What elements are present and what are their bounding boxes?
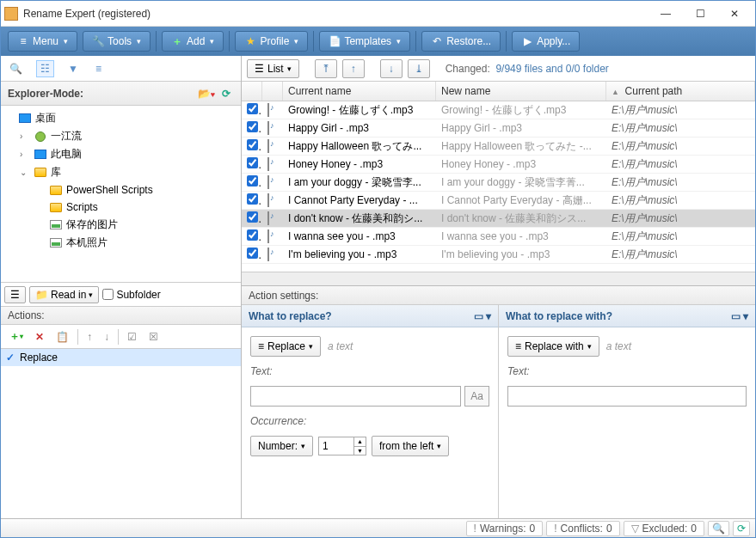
replacewith-mode-button[interactable]: ≡ Replace with ▾	[507, 336, 599, 357]
favorite-icon[interactable]: 📂♥	[194, 86, 218, 101]
templates-button[interactable]: 📄Templates▾	[319, 31, 410, 52]
tools-button[interactable]: 🔧Tools▾	[83, 31, 151, 52]
view-mode-button[interactable]: ☰ List ▾	[247, 59, 299, 78]
row-checkbox[interactable]	[247, 175, 258, 186]
cell-new: I Cannot Party Everyday - 高姗...	[436, 192, 606, 210]
tree-node[interactable]: 本机照片	[1, 234, 241, 252]
replacewith-text-input[interactable]	[507, 386, 747, 407]
plus-icon: ＋	[171, 35, 183, 47]
panel-collapse-icon[interactable]: ▭ ▾	[474, 310, 491, 322]
col-new[interactable]: New name	[436, 82, 606, 101]
menu-button[interactable]: ≡Menu▾	[8, 31, 77, 52]
file-icon	[267, 103, 269, 117]
restore-button[interactable]: ↶Restore...	[421, 31, 501, 52]
tree-node[interactable]: ›此电脑	[1, 145, 241, 163]
table-row[interactable]: Growing! - 佐藤しずく.mp3Growing! - 佐藤しずく.mp3…	[242, 101, 755, 119]
list-icon[interactable]: ≡	[92, 61, 105, 76]
actions-list[interactable]: ✓ Replace	[1, 349, 241, 518]
action-up-button[interactable]: ↑	[82, 327, 97, 346]
action-label: Replace	[20, 352, 58, 364]
case-button[interactable]: Aa	[464, 386, 489, 407]
file-icon	[267, 157, 269, 171]
action-down-button[interactable]: ↓	[99, 327, 114, 346]
warnings-cell[interactable]: !Warnings: 0	[466, 521, 544, 536]
maximize-button[interactable]: ☐	[683, 2, 717, 26]
file-grid[interactable]: Current name New name ▲ Current path Gro…	[242, 82, 755, 272]
col-current[interactable]: Current name	[283, 82, 436, 101]
table-row[interactable]: Happy Halloween 歌ってみ...Happy Halloween 歌…	[242, 138, 755, 156]
status-refresh-button[interactable]: ⟳	[733, 521, 750, 536]
actions-toolbar: ＋▾ ✕ 📋 ↑ ↓ ☑ ☒	[1, 325, 241, 349]
action-row[interactable]: ✓ Replace	[1, 349, 241, 366]
row-checkbox[interactable]	[247, 211, 258, 223]
occurrence-mode-button[interactable]: Number: ▾	[250, 436, 313, 456]
nav-last-button[interactable]: ⤓	[408, 59, 430, 78]
row-checkbox[interactable]	[247, 229, 258, 241]
row-checkbox[interactable]	[247, 193, 258, 205]
action-copy-button[interactable]: 📋	[51, 327, 74, 346]
col-path[interactable]: ▲ Current path	[606, 82, 755, 101]
replace-text-input[interactable]	[250, 386, 461, 407]
action-toggle1-button[interactable]: ☑	[122, 327, 142, 346]
conflicts-cell[interactable]: !Conflicts: 0	[546, 521, 619, 536]
cell-new: I don't know - 佐藤美和韵シス...	[436, 210, 606, 228]
table-row[interactable]: I'm believing you - .mp3I'm believing yo…	[242, 246, 755, 264]
row-checkbox[interactable]	[247, 121, 258, 132]
tree-node[interactable]: ›一江流	[1, 127, 241, 145]
row-checkbox[interactable]	[247, 103, 258, 114]
replace-source-panel: What to replace? ▭ ▾ ≡ Replace ▾ a text …	[242, 305, 499, 518]
close-button[interactable]: ✕	[717, 2, 752, 26]
apply-button[interactable]: ▶Apply...	[512, 31, 580, 52]
filter-icon[interactable]: ▼	[65, 61, 82, 76]
table-row[interactable]: Happy Girl - .mp3Happy Girl - .mp3E:\用户\…	[242, 119, 755, 138]
table-row[interactable]: I don't know - 佐藤美和韵シ...I don't know - 佐…	[242, 210, 755, 228]
tree-node[interactable]: 桌面	[1, 109, 241, 127]
cell-path: E:\用户\music\	[606, 210, 755, 228]
table-row[interactable]: Honey Honey - .mp3Honey Honey - .mp3E:\用…	[242, 156, 755, 174]
readin-button[interactable]: 📁 Read in ▾	[29, 286, 99, 303]
settings-panels: What to replace? ▭ ▾ ≡ Replace ▾ a text …	[242, 305, 755, 518]
tree-node[interactable]: ⌄库	[1, 163, 241, 181]
nav-down-button[interactable]: ↓	[380, 59, 403, 78]
grid-header[interactable]: Current name New name ▲ Current path	[242, 82, 755, 101]
tree-node[interactable]: PowerShell Scripts	[1, 181, 241, 199]
search-icon[interactable]: 🔍	[6, 61, 26, 76]
expander-icon[interactable]: ⌄	[20, 168, 30, 177]
expander-icon[interactable]: ›	[20, 150, 30, 159]
table-row[interactable]: I wanna see you - .mp3I wanna see you - …	[242, 228, 755, 246]
action-toggle2-button[interactable]: ☒	[144, 327, 163, 346]
table-row[interactable]: I Cannot Party Everyday - ...I Cannot Pa…	[242, 192, 755, 210]
add-button[interactable]: ＋Add▾	[162, 31, 224, 52]
table-row[interactable]: I am your doggy - 梁晓雪李...I am your doggy…	[242, 174, 755, 192]
occurrence-side-button[interactable]: from the left ▾	[372, 436, 449, 456]
row-checkbox[interactable]	[247, 248, 258, 259]
folder-tree[interactable]: 桌面›一江流›此电脑⌄库PowerShell ScriptsScripts保存的…	[1, 106, 241, 282]
status-search-button[interactable]: 🔍	[708, 521, 729, 536]
refresh-icon[interactable]: ⟳	[218, 86, 234, 101]
occurrence-number-input[interactable]: ▲▼	[318, 437, 366, 455]
file-icon	[267, 139, 269, 153]
spin-up[interactable]: ▲	[353, 437, 366, 447]
nav-up-button[interactable]: ↑	[342, 59, 365, 78]
row-checkbox[interactable]	[247, 157, 258, 168]
readin-list-button[interactable]: ☰	[4, 286, 26, 303]
horizontal-scrollbar[interactable]	[242, 272, 755, 285]
tree-node[interactable]: Scripts	[1, 199, 241, 216]
minimize-button[interactable]: —	[648, 2, 683, 26]
expander-icon[interactable]: ›	[20, 131, 30, 141]
tree-node[interactable]: 保存的图片	[1, 216, 241, 234]
row-checkbox[interactable]	[247, 139, 258, 150]
spin-down[interactable]: ▼	[353, 447, 366, 455]
action-add-button[interactable]: ＋▾	[4, 326, 28, 347]
replace-mode-button[interactable]: ≡ Replace ▾	[250, 336, 321, 357]
replace-hint: a text	[328, 340, 353, 352]
excluded-cell[interactable]: ▽Excluded: 0	[624, 521, 704, 536]
file-icon	[267, 175, 269, 189]
tree-label: 一江流	[51, 129, 82, 144]
subfolder-checkbox[interactable]: Subfolder	[102, 289, 160, 301]
nav-first-button[interactable]: ⤒	[315, 59, 337, 78]
tree-icon[interactable]: ☷	[36, 60, 54, 77]
panel-collapse-icon[interactable]: ▭ ▾	[731, 310, 748, 322]
action-remove-button[interactable]: ✕	[30, 327, 49, 346]
profile-button[interactable]: ★Profile▾	[235, 31, 308, 52]
